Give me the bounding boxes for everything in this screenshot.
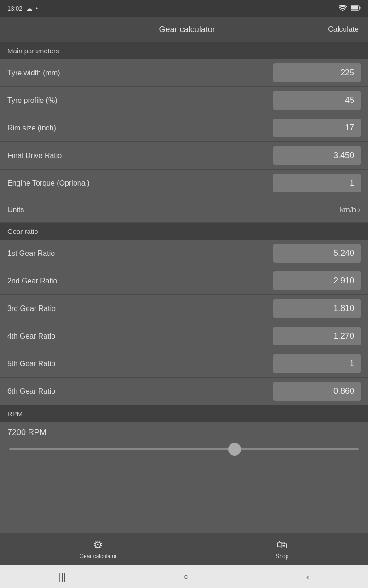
gear-2-row: 2nd Gear Ratio (0, 267, 368, 295)
gear-1-label: 1st Gear Ratio (7, 249, 273, 258)
wifi-icon (339, 5, 347, 12)
gear-3-label: 3rd Gear Ratio (7, 305, 273, 313)
status-time: 13:02 (7, 5, 23, 12)
nav-gear-label: Gear calculator (80, 553, 117, 560)
tyre-width-input[interactable] (273, 63, 361, 82)
main-params-header: Main parameters (0, 42, 368, 59)
tyre-profile-row: Tyre profile (%) (0, 87, 368, 114)
cloud-icon: ☁ (26, 5, 32, 12)
gear-3-input[interactable] (273, 299, 361, 318)
gear-6-input[interactable] (273, 382, 361, 401)
tyre-width-label: Tyre width (mm) (7, 69, 273, 77)
gear-1-row: 1st Gear Ratio (0, 240, 368, 267)
system-nav-bar: ||| ○ ‹ (0, 565, 368, 588)
bottom-nav: ⚙ Gear calculator 🛍 Shop (0, 533, 368, 565)
gear-6-row: 6th Gear Ratio (0, 378, 368, 405)
rpm-slider[interactable] (9, 448, 359, 450)
shop-icon: 🛍 (276, 538, 288, 551)
gear-5-label: 5th Gear Ratio (7, 360, 273, 368)
chevron-right-icon: › (358, 205, 361, 215)
gear-1-input[interactable] (273, 244, 361, 263)
final-drive-row: Final Drive Ratio (0, 142, 368, 170)
main-content: Main parameters Tyre width (mm) Tyre pro… (0, 42, 368, 533)
status-bar: 13:02 ☁ • (0, 0, 368, 17)
gear-2-label: 2nd Gear Ratio (7, 277, 273, 285)
rim-size-label: Rim size (inch) (7, 124, 273, 132)
gear-ratio-header: Gear ratio (0, 223, 368, 240)
tyre-profile-label: Tyre profile (%) (7, 96, 273, 105)
units-value-text: km/h (340, 206, 356, 214)
rpm-slider-container[interactable] (7, 444, 361, 452)
units-value-container[interactable]: km/h › (340, 205, 361, 215)
nav-shop[interactable]: 🛍 Shop (264, 535, 299, 563)
sys-menu-button[interactable]: ||| (50, 568, 75, 586)
rpm-value: 7200 RPM (7, 428, 361, 437)
status-right (339, 5, 361, 12)
sys-home-button[interactable]: ○ (174, 568, 198, 586)
gear-4-label: 4th Gear Ratio (7, 332, 273, 340)
engine-torque-input[interactable] (273, 174, 361, 192)
calculate-button[interactable]: Calculate (328, 25, 359, 34)
nav-gear-calculator[interactable]: ⚙ Gear calculator (69, 535, 128, 563)
engine-torque-label: Engine Torque (Oprional) (7, 179, 273, 187)
nav-shop-label: Shop (276, 553, 288, 560)
gear-6-label: 6th Gear Ratio (7, 387, 273, 396)
rim-size-input[interactable] (273, 119, 361, 137)
gear-2-input[interactable] (273, 271, 361, 290)
gear-icon: ⚙ (93, 538, 103, 551)
app-title: Gear calculator (159, 25, 215, 34)
svg-rect-2 (360, 7, 361, 9)
tyre-profile-input[interactable] (273, 91, 361, 110)
gear-5-row: 5th Gear Ratio (0, 350, 368, 378)
units-label: Units (7, 206, 24, 214)
top-bar: Gear calculator Calculate (0, 17, 368, 42)
gear-4-row: 4th Gear Ratio (0, 322, 368, 350)
tyre-width-row: Tyre width (mm) (0, 59, 368, 87)
rpm-section: 7200 RPM (0, 422, 368, 458)
status-left: 13:02 ☁ • (7, 5, 38, 12)
gear-4-input[interactable] (273, 327, 361, 345)
final-drive-label: Final Drive Ratio (7, 152, 273, 160)
dot-icon: • (36, 5, 38, 12)
rim-size-row: Rim size (inch) (0, 114, 368, 142)
engine-torque-row: Engine Torque (Oprional) (0, 170, 368, 197)
svg-rect-1 (351, 6, 358, 9)
battery-icon (351, 5, 361, 12)
final-drive-input[interactable] (273, 146, 361, 165)
gear-5-input[interactable] (273, 354, 361, 373)
sys-back-button[interactable]: ‹ (297, 568, 319, 586)
rpm-header: RPM (0, 405, 368, 422)
gear-3-row: 3rd Gear Ratio (0, 295, 368, 322)
units-row[interactable]: Units km/h › (0, 197, 368, 223)
